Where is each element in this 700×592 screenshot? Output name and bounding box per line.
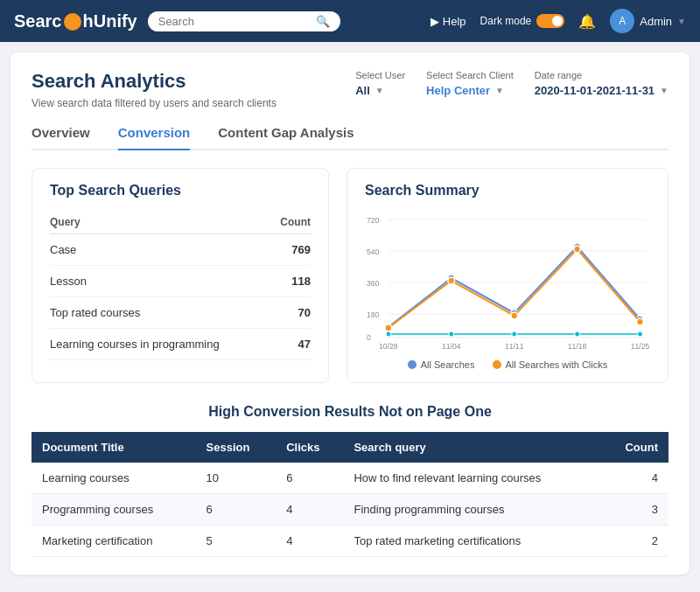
user-value: All — [355, 84, 370, 97]
date-value: 2020-11-01-2021-11-31 — [535, 84, 654, 97]
query-name: Lesson — [50, 265, 271, 296]
col-conv-count: Count — [602, 432, 668, 463]
admin-label: Admin — [640, 15, 672, 28]
query-name: Case — [50, 233, 271, 265]
query-count: 118 — [271, 265, 311, 296]
filters: Select User All ▼ Select Search Client H… — [355, 70, 668, 97]
page-title: Search Analytics — [32, 70, 276, 93]
clicks-val: 4 — [276, 493, 343, 525]
user-select[interactable]: All ▼ — [355, 84, 405, 97]
logo: SearchUnify — [14, 11, 137, 31]
search-query-val: Top rated marketing certifications — [343, 525, 601, 556]
chevron-down-icon: ▼ — [677, 17, 686, 26]
toggle-switch[interactable] — [536, 14, 564, 28]
dark-mode-label: Dark mode — [480, 15, 532, 27]
date-select[interactable]: 2020-11-01-2021-11-31 ▼ — [535, 84, 668, 97]
x-label-1118: 11/18 — [568, 342, 587, 351]
logo-circle — [64, 13, 81, 31]
dot-clicks-5 — [637, 318, 644, 325]
x-label-1104: 11/04 — [442, 342, 461, 351]
table-row: Case769 — [50, 233, 311, 265]
tabs: Overview Conversion Content Gap Analysis — [32, 125, 668, 150]
x-label-1028: 10/28 — [379, 342, 398, 351]
cards-row: Top Search Queries Query Count Case769Le… — [32, 168, 668, 383]
dot-flat-4 — [575, 331, 580, 337]
query-name: Learning courses in programming — [50, 328, 271, 359]
session-val: 6 — [196, 493, 276, 525]
tab-overview[interactable]: Overview — [32, 125, 90, 149]
date-filter-label: Date range — [535, 70, 668, 80]
legend-all-searches: All Searches — [408, 359, 475, 370]
dot-flat-5 — [638, 331, 643, 337]
dot-flat-3 — [512, 331, 517, 337]
x-label-1111: 11/11 — [505, 342, 524, 351]
count-val: 4 — [602, 463, 668, 494]
table-row: Programming courses64Finding programming… — [32, 493, 668, 525]
date-filter: Date range 2020-11-01-2021-11-31 ▼ — [535, 70, 668, 97]
page-subtitle: View search data filtered by users and s… — [32, 96, 276, 111]
legend-dot-blue — [408, 360, 416, 369]
search-bar[interactable]: 🔍 — [148, 11, 340, 31]
avatar: A — [610, 9, 634, 33]
query-table: Query Count Case769Lesson118Top rated co… — [50, 211, 311, 360]
x-label-1125: 11/25 — [631, 342, 650, 351]
help-button[interactable]: ▶ Help — [430, 15, 466, 28]
table-row: Learning courses106How to find relevant … — [32, 463, 668, 494]
legend-label-searches-clicks: All Searches with Clicks — [506, 359, 608, 370]
top-queries-card: Top Search Queries Query Count Case769Le… — [32, 168, 329, 383]
chart-title: Search Summary — [365, 183, 650, 198]
dot-clicks-2 — [448, 277, 455, 284]
tab-conversion[interactable]: Conversion — [118, 125, 191, 149]
col-clicks: Clicks — [276, 432, 343, 463]
legend-searches-clicks: All Searches with Clicks — [493, 359, 608, 370]
table-row: Lesson118 — [50, 265, 311, 296]
table-row: Top rated courses70 — [50, 296, 311, 328]
client-filter: Select Search Client Help Center ▼ — [426, 70, 514, 97]
chart-container: 720 540 360 180 0 10/28 11/04 11/11 11/1… — [365, 211, 650, 368]
logo-text-unify: hUnify — [83, 11, 137, 31]
session-val: 10 — [196, 463, 276, 494]
top-queries-title: Top Search Queries — [50, 183, 311, 198]
user-filter-label: Select User — [355, 70, 405, 80]
session-val: 5 — [196, 525, 276, 556]
logo-text-search: Searc — [14, 11, 62, 31]
search-query-val: How to find relevant learning courses — [343, 463, 601, 494]
nav-right: ▶ Help Dark mode 🔔 A Admin ▼ — [430, 9, 686, 33]
help-icon: ▶ — [430, 15, 439, 28]
y-label-540: 540 — [367, 247, 379, 256]
help-label: Help — [443, 15, 466, 28]
user-chevron-icon: ▼ — [375, 86, 384, 95]
client-chevron-icon: ▼ — [495, 86, 504, 95]
y-label-360: 360 — [367, 279, 379, 288]
client-value: Help Center — [426, 84, 490, 97]
search-input[interactable] — [158, 15, 309, 28]
col-search-query: Search query — [343, 432, 601, 463]
tab-content-gap[interactable]: Content Gap Analysis — [218, 125, 354, 149]
bell-icon[interactable]: 🔔 — [578, 13, 596, 30]
high-conversion-heading: High Conversion Results Not on Page One — [32, 404, 668, 420]
search-query-val: Finding programming courses — [343, 493, 601, 525]
doc-title: Programming courses — [32, 493, 196, 525]
client-filter-label: Select Search Client — [426, 70, 514, 80]
y-label-0: 0 — [367, 333, 371, 342]
dot-clicks-1 — [385, 324, 392, 331]
user-filter: Select User All ▼ — [355, 70, 405, 97]
dark-mode-toggle[interactable]: Dark mode — [480, 14, 565, 28]
client-select[interactable]: Help Center ▼ — [426, 84, 514, 97]
legend-label-all-searches: All Searches — [421, 359, 475, 370]
y-label-720: 720 — [367, 216, 379, 225]
dot-clicks-4 — [574, 246, 581, 253]
page-header: Search Analytics View search data filter… — [32, 70, 276, 125]
avatar-button[interactable]: A Admin ▼ — [610, 9, 686, 33]
doc-title: Marketing certification — [32, 525, 196, 556]
col-doc-title: Document Title — [32, 432, 196, 463]
conversion-table: Document Title Session Clicks Search que… — [32, 432, 668, 557]
search-summary-card: Search Summary 720 540 360 180 0 10/ — [346, 168, 668, 383]
clicks-val: 4 — [276, 525, 343, 556]
col-session: Session — [196, 432, 276, 463]
col-query: Query — [50, 211, 271, 234]
doc-title: Learning courses — [32, 463, 196, 494]
dot-flat-1 — [386, 331, 391, 337]
high-conversion-section: High Conversion Results Not on Page One … — [32, 404, 668, 557]
col-count: Count — [271, 211, 311, 234]
